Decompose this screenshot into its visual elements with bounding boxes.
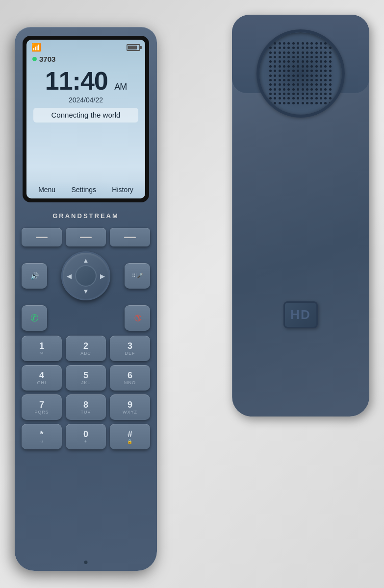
softkey-settings[interactable]: Settings — [71, 186, 96, 194]
hd-label: HD — [290, 307, 311, 322]
wifi-icon: 📶 — [31, 43, 41, 52]
key-7[interactable]: 7 PQRS — [22, 394, 62, 420]
nav-down-icon: ▼ — [83, 288, 89, 295]
keypad: 🔊 ▲ ◀ ▶ ▼ ⠿|🎤 ✆ — [22, 228, 150, 556]
status-bar: 📶 — [26, 40, 145, 53]
speaker-grille: // We'll generate dots manually — [256, 29, 345, 118]
left-soft-icon — [36, 237, 48, 238]
softkey-history[interactable]: History — [112, 186, 133, 194]
mid-soft-icon — [80, 237, 92, 238]
nav-right-icon: ▶ — [100, 272, 105, 280]
screen-display: 📶 3703 11:40 AM — [26, 40, 145, 198]
soft-key-row — [22, 228, 150, 246]
call-row: ✆ ✆ — [22, 305, 150, 331]
key-6[interactable]: 6 MNO — [110, 365, 150, 391]
time-display: 11:40 AM — [26, 65, 145, 95]
screen-soft-keys: Menu Settings History — [26, 181, 145, 198]
nav-center-button[interactable] — [75, 265, 97, 287]
key-2[interactable]: 2 ABC — [66, 336, 106, 361]
key-3[interactable]: 3 DEF — [110, 336, 150, 361]
nav-cluster[interactable]: ▲ ◀ ▶ ▼ — [61, 251, 110, 300]
motto-text: Connecting the world — [51, 111, 121, 119]
conf-mute-button[interactable]: ⠿|🎤 — [125, 263, 150, 289]
hd-badge: HD — [283, 301, 318, 328]
call-icon: ✆ — [30, 312, 39, 324]
right-soft-icon — [124, 237, 136, 238]
key-5[interactable]: 5 JKL — [66, 365, 106, 391]
number-grid: 1 ✉ 2 ABC 3 DEF 4 GHI 5 JKL — [22, 336, 150, 449]
mid-soft-button[interactable] — [66, 228, 106, 246]
key-0[interactable]: 0 + — [66, 424, 106, 449]
end-call-icon: ✆ — [131, 312, 144, 324]
nav-row: 🔊 ▲ ◀ ▶ ▼ ⠿|🎤 — [22, 251, 150, 300]
screen-bezel: 📶 3703 11:40 AM — [23, 36, 149, 202]
hd-icon: HD — [283, 301, 318, 328]
brand-name: GRANDSTREAM — [15, 212, 157, 220]
softkey-menu[interactable]: Menu — [38, 186, 55, 194]
speaker-button[interactable]: 🔊 — [22, 263, 47, 289]
left-soft-button[interactable] — [22, 228, 62, 246]
microphone-dot — [84, 561, 88, 564]
speaker-icon: 🔊 — [30, 272, 39, 280]
key-hash[interactable]: # 🔒 — [110, 424, 150, 449]
motto-box: Connecting the world — [33, 108, 138, 122]
extension-status-dot — [32, 57, 37, 61]
battery-fill — [128, 46, 137, 49]
call-button[interactable]: ✆ — [22, 305, 47, 331]
key-1[interactable]: 1 ✉ — [22, 336, 62, 361]
nav-up-icon: ▲ — [83, 257, 89, 264]
handset-front: 📶 3703 11:40 AM — [15, 27, 157, 571]
right-soft-button[interactable] — [110, 228, 150, 246]
ampm-value: AM — [114, 82, 127, 92]
conf-mute-icon: ⠿|🎤 — [132, 273, 143, 279]
time-value: 11:40 AM — [45, 67, 127, 95]
key-9[interactable]: 9 WXYZ — [110, 394, 150, 420]
key-4[interactable]: 4 GHI — [22, 365, 62, 391]
extension-row: 3703 — [26, 53, 145, 65]
end-call-button[interactable]: ✆ — [125, 305, 150, 331]
date-display: 2024/04/22 — [26, 96, 145, 104]
handset-back: // We'll generate dots manually HD — [232, 15, 369, 416]
scene: // We'll generate dots manually HD 📶 — [0, 0, 384, 588]
key-star[interactable]: * ·♪ — [22, 424, 62, 449]
nav-left-icon: ◀ — [67, 272, 72, 280]
battery-icon — [127, 44, 140, 51]
extension-number: 3703 — [39, 55, 55, 63]
key-8[interactable]: 8 TUV — [66, 394, 106, 420]
